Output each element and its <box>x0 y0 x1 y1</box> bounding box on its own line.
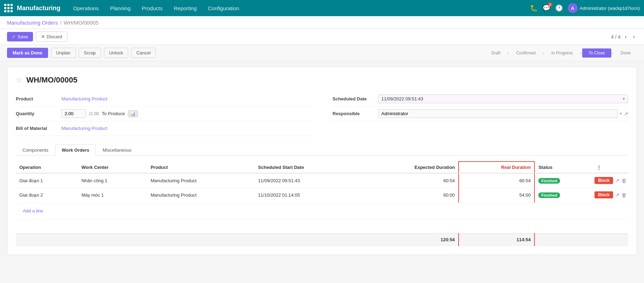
quantity-unit: To Produce <box>102 111 125 116</box>
scheduled-date-input[interactable]: 11/09/2022 09:51:43 ▾ <box>378 94 628 103</box>
cell-operation-2: Giai đoạn 2 <box>16 188 78 202</box>
scheduled-date-field: Scheduled Date 11/09/2022 09:51:43 ▾ <box>333 92 628 106</box>
cell-expected-duration-2: 60:00 <box>362 188 459 202</box>
breadcrumb-parent[interactable]: Manufacturing Orders <box>7 20 58 26</box>
tab-work-orders[interactable]: Work Orders <box>55 144 96 156</box>
cancel-button[interactable]: Cancel <box>131 48 156 58</box>
notification-badge: 2 <box>548 2 552 7</box>
favorite-star-icon[interactable]: ☆ <box>16 76 22 84</box>
cell-scheduled-start-1: 11/09/2022 09:51:43 <box>255 173 362 188</box>
col-header-actions: ⋮ <box>593 162 628 173</box>
pagination-prev[interactable]: ‹ <box>623 33 629 41</box>
quantity-input-group: /2.00 To Produce 📊 <box>61 109 311 118</box>
cell-row-actions-2: Block ↗ 🗑 <box>593 188 628 202</box>
nav-configuration[interactable]: Configuration <box>202 0 245 16</box>
nav-reporting[interactable]: Reporting <box>168 0 202 16</box>
quantity-separator: /2.00 <box>89 111 99 116</box>
top-nav: Manufacturing Operations Planning Produc… <box>0 0 644 16</box>
col-header-expected-duration: Expected Duration <box>362 162 459 173</box>
main-content: ☆ WH/MO/00005 Product Manufacturing Prod… <box>0 61 644 261</box>
status-confirmed: Confirmed <box>510 48 542 58</box>
external-link-icon-2[interactable]: ↗ <box>615 192 619 198</box>
check-icon: ✓ <box>12 34 16 39</box>
col-header-status: Status <box>534 162 593 173</box>
col-header-product: Product <box>147 162 255 173</box>
forecast-chart-icon[interactable]: 📊 <box>128 110 138 117</box>
col-header-scheduled-start: Scheduled Start Date <box>255 162 362 173</box>
tab-components[interactable]: Components <box>16 144 55 156</box>
cell-expected-duration-1: 60:54 <box>362 173 459 188</box>
work-orders-table: Operation Work Center Product Scheduled … <box>16 161 628 246</box>
status-draft: Draft <box>485 48 507 58</box>
tabs: Components Work Orders Miscellaneous <box>16 144 628 156</box>
form-header: ☆ WH/MO/00005 <box>16 75 628 85</box>
quantity-field: Quantity /2.00 To Produce 📊 <box>16 106 311 121</box>
user-menu[interactable]: A Administrator (wackp1d7iocn) <box>568 3 640 13</box>
table-header-row: Operation Work Center Product Scheduled … <box>16 162 628 173</box>
breadcrumb-separator: / <box>60 20 61 26</box>
block-button-1[interactable]: Block <box>594 177 613 184</box>
cell-work-center-1: Nhân công 1 <box>78 173 147 188</box>
right-fields: Scheduled Date 11/09/2022 09:51:43 ▾ Res… <box>333 92 628 136</box>
external-link-icon[interactable]: ↗ <box>624 111 628 117</box>
user-name: Administrator (wackp1d7iocn) <box>580 6 640 11</box>
footer-real-total: 114:54 <box>459 233 534 246</box>
bom-field: Bill of Material Manufacturing Product <box>16 121 311 136</box>
unplan-button[interactable]: Unplan <box>51 48 76 58</box>
responsible-field: Responsible ▾ ↗ <box>333 106 628 121</box>
col-header-work-center: Work Center <box>78 162 147 173</box>
status-badge-finished-2: Finished <box>538 192 560 198</box>
block-button-2[interactable]: Block <box>594 191 613 198</box>
col-header-operation: Operation <box>16 162 78 173</box>
pagination-next[interactable]: › <box>631 33 637 41</box>
user-avatar: A <box>568 3 578 13</box>
x-icon: ✕ <box>41 34 45 39</box>
status-in-progress: In Progress <box>545 48 579 58</box>
status-done: Done <box>614 48 637 58</box>
form-card: ☆ WH/MO/00005 Product Manufacturing Prod… <box>7 67 637 255</box>
footer-row: 120:54 114:54 <box>16 233 628 246</box>
spacer-row <box>16 219 628 233</box>
bug-icon[interactable]: 🐛 <box>530 4 538 12</box>
responsible-input-row: ▾ ↗ <box>378 109 628 118</box>
cell-product-1: Manufacturing Product <box>147 173 255 188</box>
add-line-row: Add a line <box>16 202 628 219</box>
delete-icon-1[interactable]: 🗑 <box>622 178 627 184</box>
discard-button[interactable]: ✕ Discard <box>36 32 67 42</box>
product-value[interactable]: Manufacturing Product <box>61 96 311 101</box>
main-nav: Operations Planning Products Reporting C… <box>67 0 530 16</box>
chat-icon[interactable]: 💬 2 <box>543 4 550 12</box>
cell-operation-1: Giai đoạn 1 <box>16 173 78 188</box>
responsible-input[interactable] <box>378 109 618 118</box>
footer-expected-total: 120:54 <box>362 233 459 246</box>
unlock-button[interactable]: Unlock <box>104 48 129 58</box>
delete-icon-2[interactable]: 🗑 <box>622 192 627 198</box>
bom-value[interactable]: Manufacturing Product <box>61 126 311 131</box>
nav-operations[interactable]: Operations <box>67 0 104 16</box>
save-button[interactable]: ✓ Save <box>7 32 33 41</box>
form-title: WH/MO/00005 <box>26 75 78 85</box>
cell-work-center-2: Máy móc 1 <box>78 188 147 202</box>
quantity-input[interactable] <box>61 109 86 118</box>
nav-products[interactable]: Products <box>136 0 168 16</box>
cell-row-actions-1: Block ↗ 🗑 <box>593 173 628 188</box>
breadcrumb-bar: Manufacturing Orders / WH/MO/00005 <box>0 16 644 29</box>
mark-as-done-button[interactable]: Mark as Done <box>7 48 48 58</box>
tab-miscellaneous[interactable]: Miscellaneous <box>96 144 138 156</box>
cell-status-1: Finished <box>534 173 593 188</box>
table-footer: 120:54 114:54 <box>16 233 628 246</box>
status-badge-finished-1: Finished <box>538 178 560 184</box>
cell-status-2: Finished <box>534 188 593 202</box>
col-header-real-duration: Real Duration <box>459 162 534 173</box>
breadcrumb-current: WH/MO/00005 <box>64 20 98 26</box>
dropdown-arrow-icon: ▾ <box>620 111 622 116</box>
clock-icon[interactable]: 🕐 <box>555 4 563 12</box>
product-field: Product Manufacturing Product <box>16 92 311 106</box>
nav-planning[interactable]: Planning <box>104 0 136 16</box>
add-line-button[interactable]: Add a line <box>19 206 47 216</box>
cell-product-2: Manufacturing Product <box>147 188 255 202</box>
scrap-button[interactable]: Scrap <box>79 48 101 58</box>
app-grid-icon[interactable] <box>4 4 13 12</box>
external-link-icon-1[interactable]: ↗ <box>615 178 619 183</box>
table-row: Giai đoạn 2 Máy móc 1 Manufacturing Prod… <box>16 188 628 202</box>
